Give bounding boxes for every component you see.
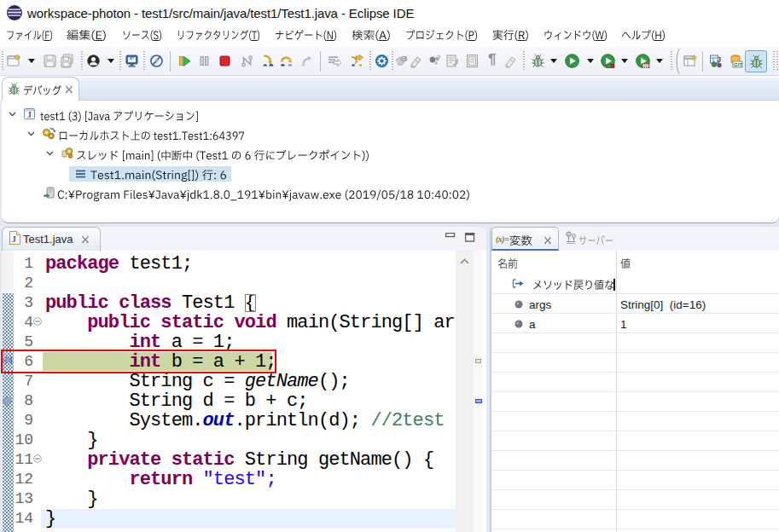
svg-text:J: J — [27, 111, 32, 119]
svg-text:J: J — [12, 234, 17, 244]
svg-text:J: J — [717, 55, 721, 64]
svg-text:GIT: GIT — [734, 62, 742, 67]
